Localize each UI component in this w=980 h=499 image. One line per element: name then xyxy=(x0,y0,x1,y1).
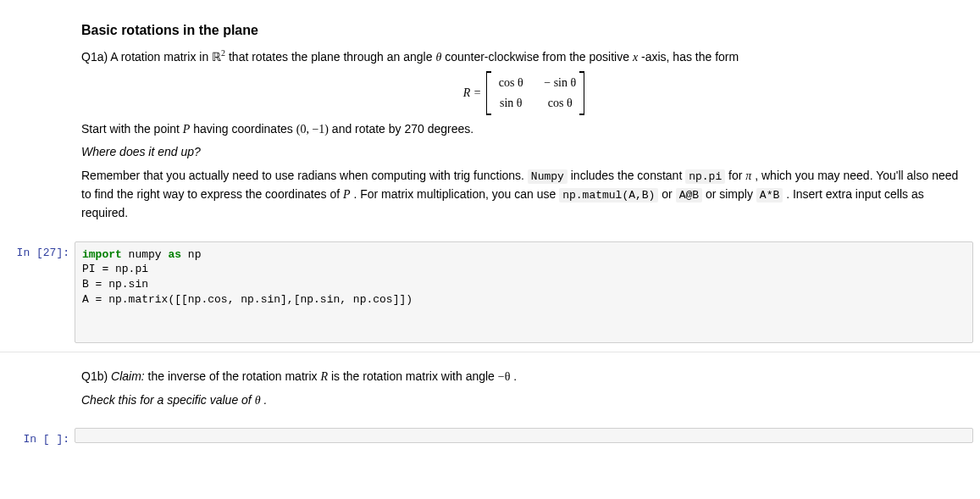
var-theta: θ xyxy=(255,394,261,407)
code-cell: In [ ]: xyxy=(0,424,980,449)
code-line: PI = np.pi xyxy=(82,263,148,275)
q1b-paragraph: Q1b) Claim: the inverse of the rotation … xyxy=(81,368,966,386)
text: the inverse of the rotation matrix xyxy=(148,369,321,383)
rotation-matrix-equation: R = cos θ − sin θ sin θ cos θ xyxy=(81,71,966,114)
question-italic: Where does it end up? xyxy=(81,145,201,158)
text: for xyxy=(728,169,745,182)
text: Q1a) A rotation matrix in xyxy=(81,49,212,63)
text: Remember that you actually need to use r… xyxy=(81,169,528,182)
eq-lhs: R = xyxy=(463,84,482,103)
code-text: numpy xyxy=(122,248,169,261)
question-paragraph: Where does it end up? xyxy=(81,143,966,162)
code-line: B = np.sin xyxy=(82,278,148,291)
text: counter-clockwise from the positive xyxy=(445,49,633,63)
code-editor[interactable] xyxy=(75,428,973,443)
text: includes the constant xyxy=(571,169,685,182)
code-text: np xyxy=(181,248,201,261)
var-theta: θ xyxy=(435,50,441,63)
neg-theta: −θ xyxy=(498,370,511,383)
text: having coordinates xyxy=(193,122,296,136)
q1a-paragraph: Q1a) A rotation matrix in ℝ2 that rotate… xyxy=(81,47,966,66)
markdown-cell: Basic rotations in the plane Q1a) A rota… xyxy=(0,15,980,238)
text: Start with the point xyxy=(81,122,183,136)
m11: cos θ xyxy=(494,74,528,92)
section-heading: Basic rotations in the plane xyxy=(81,20,966,42)
markdown-cell: Q1b) Claim: the inverse of the rotation … xyxy=(0,352,980,424)
text: Q1b) xyxy=(81,369,111,383)
text: . xyxy=(513,369,517,383)
code-matmul: np.matmul(A,B) xyxy=(559,188,658,202)
kw-import: import xyxy=(82,248,122,261)
m22: cos θ xyxy=(543,94,577,113)
prompt-empty xyxy=(0,361,75,421)
code-np-pi: np.pi xyxy=(685,169,725,184)
input-prompt: In [27]: xyxy=(0,241,75,343)
code-body xyxy=(75,428,973,446)
text: Check this for a specific value of xyxy=(81,393,255,407)
exponent: 2 xyxy=(221,48,225,58)
jupyter-notebook: Basic rotations in the plane Q1a) A rota… xyxy=(0,0,980,449)
prompt-empty xyxy=(0,19,75,235)
code-line: A = np.matrix([[np.cos, np.sin],[np.sin,… xyxy=(82,293,412,306)
text: -axis, has the form xyxy=(641,49,739,63)
start-point-paragraph: Start with the point P having coordinate… xyxy=(81,120,966,139)
hint-paragraph: Remember that you actually need to use r… xyxy=(81,167,966,223)
set-R: ℝ xyxy=(212,50,221,63)
var-x: x xyxy=(633,50,638,63)
coords: (0, −1) xyxy=(296,123,329,136)
m21: sin θ xyxy=(494,94,528,113)
text: or xyxy=(662,187,675,201)
text: or simply xyxy=(706,187,756,201)
pi-symbol: π xyxy=(745,169,751,182)
matrix-brackets: cos θ − sin θ sin θ cos θ xyxy=(486,71,584,114)
claim-label: Claim: xyxy=(111,369,145,383)
m12: − sin θ xyxy=(543,74,577,92)
text: . For matrix multiplication, you can use xyxy=(353,187,559,201)
input-prompt: In [ ]: xyxy=(0,428,75,446)
check-paragraph: Check this for a specific value of θ . xyxy=(81,391,966,410)
var-P: P xyxy=(343,188,351,201)
code-atmul: A@B xyxy=(676,188,702,202)
code-starmul: A*B xyxy=(756,188,783,202)
kw-as: as xyxy=(168,248,181,261)
var-R: R xyxy=(320,370,328,383)
code-cell: In [27]: import numpy as np PI = np.pi B… xyxy=(0,238,980,347)
text: . xyxy=(263,393,267,407)
code-numpy: Numpy xyxy=(528,169,568,184)
text: and rotate by 270 degrees. xyxy=(332,122,473,136)
code-body: import numpy as np PI = np.pi B = np.sin… xyxy=(75,241,973,343)
code-editor[interactable]: import numpy as np PI = np.pi B = np.sin… xyxy=(75,241,973,343)
markdown-body: Q1b) Claim: the inverse of the rotation … xyxy=(75,361,973,421)
markdown-body: Basic rotations in the plane Q1a) A rota… xyxy=(75,19,973,235)
text: that rotates the plane through an angle xyxy=(229,49,435,63)
text: is the rotation matrix with angle xyxy=(331,369,498,383)
var-P: P xyxy=(183,123,191,136)
